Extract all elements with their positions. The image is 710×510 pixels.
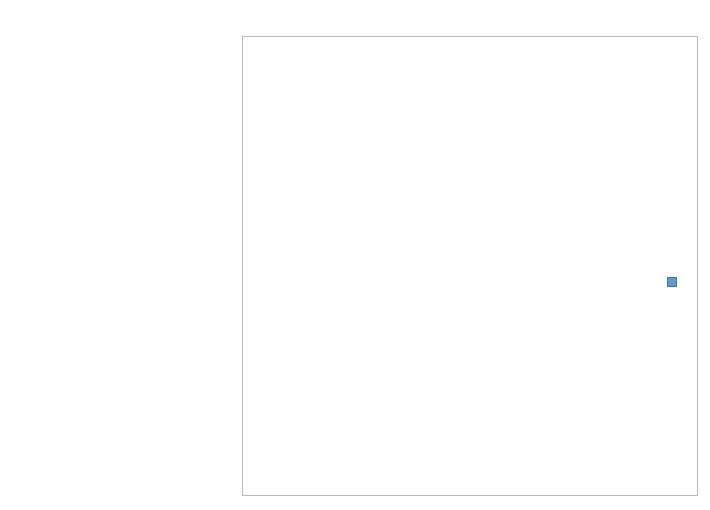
chart-container[interactable] [242,36,698,496]
chart-title [243,37,697,65]
chart-svg [273,192,513,372]
chart-legend [667,277,683,287]
chart-plot-area [273,192,513,372]
legend-swatch-icon [667,277,677,287]
